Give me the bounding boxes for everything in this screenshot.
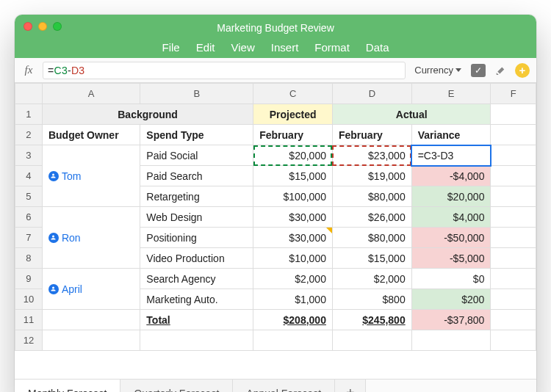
rowhdr-12[interactable]: 12 (15, 330, 43, 351)
hdr-budget-owner[interactable]: Budget Owner (42, 125, 140, 145)
cell-f1[interactable] (491, 104, 536, 125)
total-var[interactable]: -$37,800 (411, 310, 491, 330)
cell-c12[interactable] (253, 330, 333, 351)
cell-f2[interactable] (491, 125, 536, 145)
colhdr-d[interactable]: D (332, 84, 411, 104)
maximize-icon[interactable] (53, 22, 62, 31)
colhdr-c[interactable]: C (253, 84, 333, 104)
hdr-act-month[interactable]: February (332, 125, 411, 145)
rowhdr-8[interactable]: 8 (15, 248, 43, 269)
cell-proj[interactable]: $30,000 (253, 207, 333, 228)
cell-f3[interactable] (491, 145, 536, 166)
hdr-proj-month[interactable]: February (253, 125, 333, 145)
cell-proj[interactable]: $10,000 (253, 248, 333, 269)
cell-f8[interactable] (491, 248, 536, 269)
cell-type[interactable]: Paid Search (140, 166, 253, 186)
cell-act[interactable]: $80,000 (332, 186, 411, 207)
cell-act[interactable]: $19,000 (332, 166, 411, 186)
cell-type[interactable]: Video Production (140, 248, 253, 269)
colhdr-b[interactable]: B (140, 84, 253, 104)
tab-quarterly[interactable]: Quarterly Forecast (120, 380, 233, 392)
cell-proj[interactable]: $30,000 (253, 228, 333, 248)
menu-insert[interactable]: Insert (271, 41, 299, 54)
cell-type[interactable]: Positioning (140, 228, 253, 248)
cell-var[interactable]: -$5,000 (411, 248, 491, 269)
cell-type[interactable]: Paid Social (140, 145, 253, 166)
format-selector[interactable]: Currency (411, 65, 464, 76)
cell-c3[interactable]: $20,000 (253, 145, 333, 166)
menu-view[interactable]: View (231, 41, 255, 54)
colhdr-f[interactable]: F (491, 84, 536, 104)
cell-owner-tom[interactable]: Tom (42, 145, 140, 207)
cell-proj[interactable]: $2,000 (253, 269, 333, 289)
spreadsheet-grid[interactable]: A B C D E F 1 Background Projected Actua… (15, 83, 536, 351)
total-proj[interactable]: $208,000 (253, 310, 333, 330)
cell-act[interactable]: $15,000 (332, 248, 411, 269)
menu-data[interactable]: Data (366, 41, 389, 54)
cell-owner-ron[interactable]: Ron (42, 207, 140, 269)
cell-type[interactable]: Retargeting (140, 186, 253, 207)
colhdr-e[interactable]: E (411, 84, 491, 104)
cell-type[interactable]: Search Agency (140, 269, 253, 289)
hdr-spend-type[interactable]: Spend Type (140, 125, 253, 145)
cell-f7[interactable] (491, 228, 536, 248)
rowhdr-3[interactable]: 3 (15, 145, 43, 166)
confirm-button[interactable]: ✓ (470, 62, 486, 79)
cell-var[interactable]: -$4,000 (411, 166, 491, 186)
minimize-icon[interactable] (38, 22, 47, 31)
cell-act[interactable]: $800 (332, 289, 411, 310)
person-chip[interactable]: April (48, 283, 134, 295)
colhdr-a[interactable]: A (42, 84, 140, 104)
cell-var[interactable]: $0 (411, 269, 491, 289)
close-icon[interactable] (24, 22, 32, 31)
cell-f6[interactable] (491, 207, 536, 228)
cell-f11[interactable] (491, 310, 536, 330)
cell-act[interactable]: $80,000 (332, 228, 411, 248)
cell-owner-april[interactable]: April (42, 269, 140, 310)
cell-a12[interactable] (42, 330, 140, 351)
hdr-background[interactable]: Background (42, 104, 253, 125)
cell-type[interactable]: Marketing Auto. (140, 289, 253, 310)
hdr-projected[interactable]: Projected (253, 104, 333, 125)
cell-act[interactable]: $2,000 (332, 269, 411, 289)
cell-f12[interactable] (491, 330, 536, 351)
cell-e12[interactable] (411, 330, 491, 351)
cell-proj[interactable]: $1,000 (253, 289, 333, 310)
cell-f9[interactable] (491, 269, 536, 289)
hdr-actual[interactable]: Actual (332, 104, 490, 125)
format-painter-button[interactable] (492, 62, 508, 79)
cell-proj[interactable]: $15,000 (253, 166, 333, 186)
cell-d3[interactable]: $23,000 (332, 145, 411, 166)
tab-monthly[interactable]: Monthly Forecast (15, 380, 120, 392)
total-label[interactable]: Total (140, 310, 253, 330)
cell-var[interactable]: $200 (411, 289, 491, 310)
add-button[interactable]: + (514, 62, 530, 79)
cell-e3[interactable]: =C3-D3 (411, 145, 491, 166)
cell-b12[interactable] (140, 330, 253, 351)
rowhdr-4[interactable]: 4 (15, 166, 43, 186)
fx-icon[interactable]: fx (21, 64, 37, 76)
total-act[interactable]: $245,800 (332, 310, 411, 330)
cell-proj[interactable]: $100,000 (253, 186, 333, 207)
cell-var[interactable]: -$50,000 (411, 228, 491, 248)
rowhdr-5[interactable]: 5 (15, 186, 43, 207)
cell-a11[interactable] (42, 310, 140, 330)
cell-var[interactable]: $4,000 (411, 207, 491, 228)
rowhdr-11[interactable]: 11 (15, 310, 43, 330)
cell-f5[interactable] (491, 186, 536, 207)
person-chip[interactable]: Ron (48, 232, 134, 244)
tab-annual[interactable]: Annual Forecast (233, 380, 335, 392)
cell-d12[interactable] (332, 330, 411, 351)
cell-f10[interactable] (491, 289, 536, 310)
corner-cell[interactable] (15, 84, 43, 104)
formula-input[interactable]: =C3-D3 (43, 62, 406, 79)
rowhdr-9[interactable]: 9 (15, 269, 43, 289)
rowhdr-7[interactable]: 7 (15, 228, 43, 248)
rowhdr-6[interactable]: 6 (15, 207, 43, 228)
cell-f4[interactable] (491, 166, 536, 186)
rowhdr-2[interactable]: 2 (15, 125, 43, 145)
rowhdr-10[interactable]: 10 (15, 289, 43, 310)
menu-edit[interactable]: Edit (196, 41, 215, 54)
menu-file[interactable]: File (162, 41, 180, 54)
cell-var[interactable]: $20,000 (411, 186, 491, 207)
